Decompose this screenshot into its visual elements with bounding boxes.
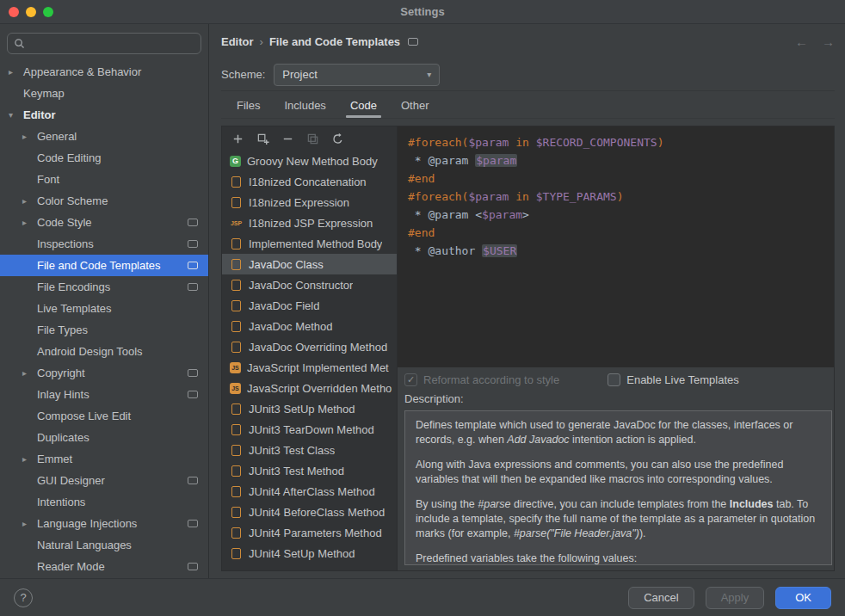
scheme-label: Scheme: xyxy=(221,68,265,81)
footer: ? Cancel Apply OK xyxy=(0,578,845,616)
sidebar-item-file-types[interactable]: File Types xyxy=(0,319,208,341)
tab-includes[interactable]: Includes xyxy=(272,91,337,118)
minimize-window-button[interactable] xyxy=(26,7,36,17)
help-button[interactable]: ? xyxy=(14,588,33,607)
tab-code[interactable]: Code xyxy=(338,91,389,118)
sidebar-item-duplicates[interactable]: Duplicates xyxy=(0,427,208,448)
sidebar-item-editor[interactable]: ▾Editor xyxy=(0,104,208,126)
sidebar-item-intentions[interactable]: Intentions xyxy=(0,491,208,513)
sidebar-item-compose-live-edit[interactable]: Compose Live Edit xyxy=(0,405,208,427)
sidebar-item-label: Duplicates xyxy=(37,431,89,444)
template-item-javadoc-overriding-method[interactable]: JavaDoc Overriding Method xyxy=(222,336,397,357)
sidebar-item-reader-mode[interactable]: Reader Mode xyxy=(0,556,208,577)
template-item-junit3-test-class[interactable]: JUnit3 Test Class xyxy=(222,440,397,460)
monitor-icon xyxy=(188,520,198,527)
groovy-icon: G xyxy=(230,156,241,167)
sidebar-item-android-design-tools[interactable]: Android Design Tools xyxy=(0,341,208,362)
sidebar-item-file-and-code-templates[interactable]: File and Code Templates xyxy=(0,255,208,276)
sidebar-item-inspections[interactable]: Inspections xyxy=(0,233,208,255)
template-item-junit4-beforeclass-method[interactable]: JUnit4 BeforeClass Method xyxy=(222,502,397,522)
sidebar-item-label: GUI Designer xyxy=(37,474,105,487)
sidebar-item-general[interactable]: ▸General xyxy=(0,126,208,147)
template-item-javadoc-field[interactable]: JavaDoc Field xyxy=(222,295,397,316)
template-item-javadoc-class[interactable]: JavaDoc Class xyxy=(222,254,397,274)
sidebar-item-copyright[interactable]: ▸Copyright xyxy=(0,362,208,384)
sidebar-item-emmet[interactable]: ▸Emmet xyxy=(0,448,208,470)
chevron-down-icon: ▾ xyxy=(427,70,431,79)
template-item-javascript-overridden-metho[interactable]: JSJavaScript Overridden Metho xyxy=(222,378,397,398)
add-button[interactable] xyxy=(228,129,247,148)
tab-other[interactable]: Other xyxy=(389,91,441,118)
sidebar-item-inlay-hints[interactable]: Inlay Hints xyxy=(0,384,208,405)
chevron-right-icon[interactable]: ▸ xyxy=(22,454,37,464)
code-line: #end xyxy=(408,169,823,188)
chevron-right-icon[interactable]: ▸ xyxy=(22,132,37,141)
sidebar-item-label: Android Design Tools xyxy=(37,345,143,358)
template-editor[interactable]: #foreach($param in $RECORD_COMPONENTS) *… xyxy=(398,126,834,367)
template-item-label: JavaDoc Constructor xyxy=(249,279,353,292)
template-item-junit3-teardown-method[interactable]: JUnit3 TearDown Method xyxy=(222,419,397,440)
sidebar-item-live-templates[interactable]: Live Templates xyxy=(0,298,208,319)
remove-button[interactable] xyxy=(278,129,297,148)
tab-files[interactable]: Files xyxy=(225,91,272,118)
zoom-window-button[interactable] xyxy=(43,7,53,17)
code-token: $param xyxy=(475,154,517,167)
settings-tree: ▸Appearance & BehaviorKeymap▾Editor▸Gene… xyxy=(0,61,208,578)
enable-live-templates-checkbox[interactable]: Enable Live Templates xyxy=(608,373,739,386)
template-item-implemented-method-body[interactable]: Implemented Method Body xyxy=(222,233,397,254)
sidebar-item-label: Editor xyxy=(23,108,56,121)
scheme-dropdown[interactable]: Project ▾ xyxy=(274,64,440,86)
search-wrap xyxy=(0,24,208,61)
description-text: ). xyxy=(639,527,646,539)
sidebar-item-keymap[interactable]: Keymap xyxy=(0,83,208,104)
template-icon xyxy=(230,279,243,291)
chevron-right-icon[interactable]: ▸ xyxy=(9,67,23,77)
sidebar-item-label: Color Scheme xyxy=(37,194,108,207)
chevron-right-icon[interactable]: ▸ xyxy=(22,519,37,528)
template-item-i18nized-jsp-expression[interactable]: JSPI18nized JSP Expression xyxy=(222,213,397,233)
chevron-right-icon[interactable]: ▸ xyxy=(22,218,37,227)
chevron-right-icon[interactable]: ▸ xyxy=(22,368,37,378)
revert-button[interactable] xyxy=(328,129,347,148)
ok-button[interactable]: OK xyxy=(775,587,831,609)
breadcrumb-editor[interactable]: Editor xyxy=(221,35,254,48)
template-icon xyxy=(230,444,243,456)
code-token: * @author xyxy=(408,244,482,257)
close-window-button[interactable] xyxy=(9,7,19,17)
sidebar-item-code-style[interactable]: ▸Code Style xyxy=(0,212,208,233)
templates-panel: GGroovy New Method BodyI18nized Concaten… xyxy=(221,126,835,571)
chevron-down-icon[interactable]: ▾ xyxy=(9,110,23,120)
template-item-groovy-new-method-body[interactable]: GGroovy New Method Body xyxy=(222,151,397,171)
code-token: > xyxy=(522,208,529,221)
template-item-junit3-test-method[interactable]: JUnit3 Test Method xyxy=(222,460,397,481)
template-item-i18nized-expression[interactable]: I18nized Expression xyxy=(222,192,397,213)
sidebar-item-font[interactable]: Font xyxy=(0,169,208,190)
code-token: ) xyxy=(617,190,624,203)
template-item-javadoc-constructor[interactable]: JavaDoc Constructor xyxy=(222,274,397,295)
scheme-value: Project xyxy=(282,68,317,81)
template-item-javascript-implemented-met[interactable]: JSJavaScript Implemented Met xyxy=(222,357,397,378)
template-item-junit3-setup-method[interactable]: JUnit3 SetUp Method xyxy=(222,398,397,419)
sidebar-item-color-scheme[interactable]: ▸Color Scheme xyxy=(0,190,208,212)
template-item-javadoc-method[interactable]: JavaDoc Method xyxy=(222,316,397,336)
breadcrumb-separator: › xyxy=(260,35,263,48)
settings-searchbox[interactable] xyxy=(7,33,201,54)
sidebar-item-gui-designer[interactable]: GUI Designer xyxy=(0,470,208,491)
cancel-button[interactable]: Cancel xyxy=(628,587,694,609)
sidebar-item-language-injections[interactable]: ▸Language Injections xyxy=(0,513,208,534)
sidebar-item-file-encodings[interactable]: File Encodings xyxy=(0,276,208,298)
template-item-junit4-parameters-method[interactable]: JUnit4 Parameters Method xyxy=(222,522,397,543)
chevron-right-icon[interactable]: ▸ xyxy=(22,196,37,206)
back-arrow-icon[interactable]: ← xyxy=(795,34,808,49)
settings-search-input[interactable] xyxy=(29,38,194,50)
sidebar-item-code-editing[interactable]: Code Editing xyxy=(0,147,208,169)
template-item-label: JUnit4 SetUp Method xyxy=(249,547,355,560)
code-token xyxy=(529,136,536,149)
forward-arrow-icon[interactable]: → xyxy=(822,34,835,49)
create-from-button[interactable] xyxy=(253,129,272,148)
sidebar-item-appearance-behavior[interactable]: ▸Appearance & Behavior xyxy=(0,61,208,83)
template-item-junit4-afterclass-method[interactable]: JUnit4 AfterClass Method xyxy=(222,481,397,502)
template-item-i18nized-concatenation[interactable]: I18nized Concatenation xyxy=(222,171,397,192)
sidebar-item-natural-languages[interactable]: Natural Languages xyxy=(0,534,208,556)
template-item-junit4-setup-method[interactable]: JUnit4 SetUp Method xyxy=(222,543,397,564)
